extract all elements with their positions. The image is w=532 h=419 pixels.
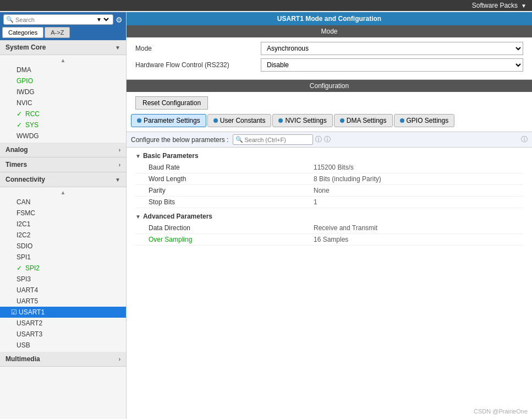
basic-params-header[interactable]: ▼ Basic Parameters [135,150,523,162]
sidebar-item-uart5[interactable]: UART5 [0,296,126,307]
advanced-params-arrow: ▼ [135,214,141,220]
sidebar-item-i2c2[interactable]: I2C2 [0,230,126,241]
tab-categories[interactable]: Categories [2,27,43,38]
tab-nvic-settings-label: NVIC Settings [285,117,326,124]
sidebar-item-rcc[interactable]: RCC [0,108,126,119]
sidebar-item-usart2[interactable]: USART2 [0,318,126,329]
sidebar-item-fsmc[interactable]: FSMC [0,208,126,219]
software-packs-label: Software Packs [472,2,518,9]
sidebar-item-spi2[interactable]: SPI2 [0,263,126,274]
section-analog[interactable]: Analog › [0,143,126,157]
params-bar: Configure the below parameters : 🔍 ⓘ ⓘ ⓘ [127,132,532,148]
sidebar-item-can[interactable]: CAN [0,197,126,208]
user-constants-dot [213,118,218,123]
sidebar-top: 🔍 ▼ ⚙ [0,12,126,27]
info-icon-2[interactable]: ⓘ [324,135,331,144]
baud-rate-label: Baud Rate [135,162,300,173]
sidebar-item-usart2-label: USART2 [17,319,42,327]
sidebar-item-spi3[interactable]: SPI3 [0,274,126,285]
section-system-core-arrow: ▼ [115,45,120,51]
data-direction-value: Receive and Transmit [300,222,523,234]
parity-value: None [300,185,523,197]
mode-select[interactable]: Asynchronous [261,42,523,55]
advanced-params-header[interactable]: ▼ Advanced Parameters [135,210,523,222]
sidebar-item-wwdg[interactable]: WWDG [0,130,126,142]
info-icon-1[interactable]: ⓘ [315,135,322,144]
section-system-core[interactable]: System Core ▼ [0,40,126,55]
nvic-settings-dot [278,118,283,123]
tab-user-constants[interactable]: User Constants [207,114,272,127]
sidebar-item-i2c1[interactable]: I2C1 [0,219,126,230]
sidebar-item-i2c1-label: I2C1 [17,220,30,228]
advanced-params-label: Advanced Parameters [143,213,212,220]
section-connectivity-arrow: ▼ [115,177,120,183]
params-content: ▼ Basic Parameters Baud Rate 115200 Bits… [127,148,532,250]
sidebar-item-iwdg-label: IWDG [17,88,35,96]
sidebar-item-spi1[interactable]: SPI1 [0,252,126,263]
flow-select[interactable]: Disable [261,58,523,72]
sidebar-item-gpio-label: GPIO [17,77,33,85]
sidebar-item-fsmc-label: FSMC [17,209,35,217]
parameter-settings-dot [137,118,141,123]
sidebar-item-uart4-label: UART4 [17,286,38,294]
config-tabs: Parameter Settings User Constants NVIC S… [127,114,532,132]
sidebar: 🔍 ▼ ⚙ Categories A->Z System Core ▼ ▲ DM… [0,12,127,419]
sidebar-item-sdio-label: SDIO [17,242,32,250]
section-timers-label: Timers [6,161,27,168]
config-area: Configuration Reset Configuration Parame… [127,80,532,419]
basic-params-section: ▼ Basic Parameters Baud Rate 115200 Bits… [135,150,523,208]
connectivity-scroll-up[interactable]: ▲ [0,188,126,197]
section-timers[interactable]: Timers › [0,157,126,172]
word-length-value: 8 Bits (including Parity) [300,173,523,185]
sidebar-item-iwdg[interactable]: IWDG [0,86,126,97]
mode-label: Mode [135,45,256,52]
usart1-check-icon: ☑ [11,308,17,316]
sidebar-item-nvic[interactable]: NVIC [0,97,126,108]
sidebar-item-gpio[interactable]: GPIO [0,75,126,86]
tab-dma-settings[interactable]: DMA Settings [334,114,393,127]
settings-icon-button[interactable]: ⚙ [116,15,123,24]
sidebar-item-sdio[interactable]: SDIO [0,241,126,252]
tab-nvic-settings[interactable]: NVIC Settings [272,114,332,127]
sidebar-item-can-label: CAN [17,198,30,206]
section-analog-arrow: › [119,147,120,153]
main-title: USART1 Mode and Configuration [277,15,381,23]
gear-icon: ⚙ [116,15,123,24]
tab-parameter-settings-label: Parameter Settings [144,117,200,124]
info-icon-3[interactable]: ⓘ [521,135,528,144]
sidebar-item-dma-label: DMA [17,66,31,74]
section-multimedia-label: Multimedia [6,355,40,363]
section-connectivity[interactable]: Connectivity ▼ [0,172,126,187]
stop-bits-value: 1 [300,197,523,208]
sidebar-search-input[interactable] [15,17,94,23]
params-hint: Configure the below parameters : [131,136,228,144]
sidebar-item-spi1-label: SPI1 [17,253,31,261]
mode-header-label: Mode [321,28,337,35]
reset-configuration-button[interactable]: Reset Configuration [135,96,208,110]
sidebar-item-dma[interactable]: DMA [0,64,126,75]
tab-gpio-settings-label: GPIO Settings [407,117,449,124]
scroll-up-arrow[interactable]: ▲ [0,56,126,64]
sidebar-item-usb-label: USB [17,341,30,349]
param-search-box: 🔍 [233,134,313,145]
main-area: USART1 Mode and Configuration Mode Mode … [127,12,532,419]
sidebar-item-i2c2-label: I2C2 [17,231,30,239]
sidebar-item-usb[interactable]: USB [0,340,126,351]
tab-atoz[interactable]: A->Z [45,27,70,38]
param-search-input[interactable] [244,137,310,143]
tab-gpio-settings[interactable]: GPIO Settings [394,114,455,127]
tab-parameter-settings[interactable]: Parameter Settings [131,114,206,127]
sidebar-item-rcc-label: RCC [25,110,40,118]
section-multimedia[interactable]: Multimedia › [0,352,126,367]
mode-row-mode: Mode Asynchronous [135,42,523,55]
connectivity-items: ▲ CAN FSMC I2C1 I2C2 SDIO SPI1 SPI2 [0,187,126,352]
section-analog-label: Analog [6,146,28,154]
over-sampling-label: Over Sampling [135,234,300,246]
sidebar-item-uart4[interactable]: UART4 [0,285,126,296]
sidebar-item-sys[interactable]: SYS [0,119,126,130]
sidebar-item-usart1[interactable]: ☑ USART1 [0,307,126,318]
sidebar-item-usart3[interactable]: USART3 [0,329,126,340]
sidebar-item-uart5-label: UART5 [17,297,38,305]
table-row: Data Direction Receive and Transmit [135,222,523,234]
sidebar-search-dropdown[interactable]: ▼ [94,16,111,23]
